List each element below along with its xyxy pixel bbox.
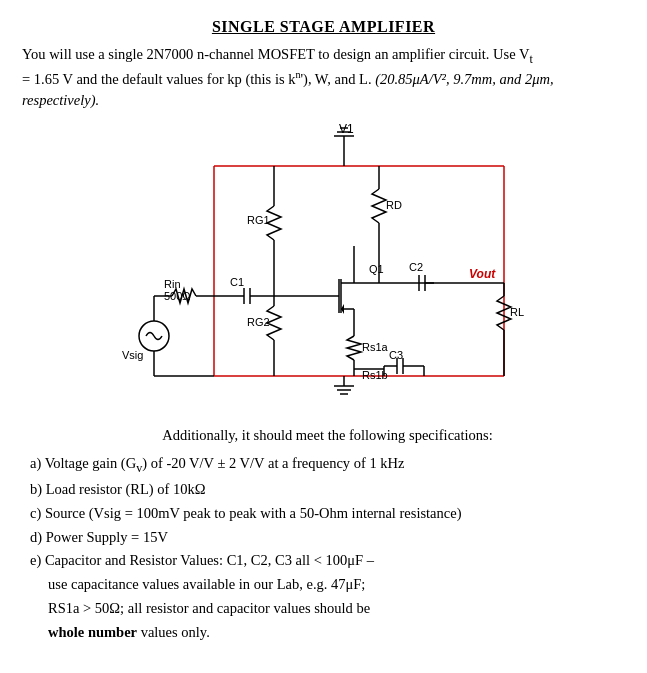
svg-text:Vsig: Vsig bbox=[122, 349, 143, 361]
svg-text:Rs1a: Rs1a bbox=[362, 341, 389, 353]
svg-text:C1: C1 bbox=[230, 276, 244, 288]
svg-text:RG1: RG1 bbox=[247, 214, 270, 226]
circuit-diagram: .wire { stroke: #000; stroke-width: 1.5;… bbox=[22, 121, 625, 411]
svg-text:Q1: Q1 bbox=[369, 263, 384, 275]
spec-e2: use capacitance values available in our … bbox=[48, 574, 625, 596]
spec-d: d) Power Supply = 15V bbox=[30, 527, 625, 549]
svg-text:V1: V1 bbox=[339, 122, 354, 136]
svg-text:Rs1b: Rs1b bbox=[362, 369, 388, 381]
svg-text:RG2: RG2 bbox=[247, 316, 270, 328]
spec-e3: RS1a > 50Ω; all resistor and capacitor v… bbox=[48, 598, 625, 620]
page-title: SINGLE STAGE AMPLIFIER bbox=[22, 18, 625, 36]
intro-text: You will use a single 2N7000 n-channel M… bbox=[22, 44, 625, 111]
svg-text:Rin: Rin bbox=[164, 278, 181, 290]
svg-text:C2: C2 bbox=[409, 261, 423, 273]
spec-e1: e) Capacitor and Resistor Values: C1, C2… bbox=[30, 550, 625, 572]
additionally-text: Additionally, it should meet the followi… bbox=[30, 425, 625, 447]
spec-a: a) Voltage gain (Gv) of -20 V/V ± 2 V/V … bbox=[30, 453, 625, 477]
svg-text:RD: RD bbox=[386, 199, 402, 211]
spec-b: b) Load resistor (RL) of 10kΩ bbox=[30, 479, 625, 501]
spec-c: c) Source (Vsig = 100mV peak to peak wit… bbox=[30, 503, 625, 525]
spec-e4: whole number values only. bbox=[48, 622, 625, 644]
svg-text:RL: RL bbox=[510, 306, 524, 318]
svg-text:C3: C3 bbox=[389, 349, 403, 361]
svg-text:500Ω: 500Ω bbox=[164, 290, 191, 302]
specs-section: Additionally, it should meet the followi… bbox=[22, 425, 625, 643]
svg-text:Vout: Vout bbox=[469, 267, 496, 281]
